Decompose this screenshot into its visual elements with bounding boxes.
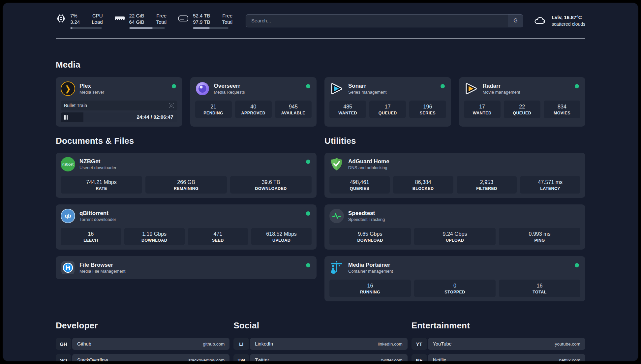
- bookmark-stackoverflow[interactable]: SO StackOverflow stackoverflow.com: [56, 354, 229, 361]
- app-subtitle: Container management: [348, 268, 393, 274]
- bookmark-url: twitter.com: [381, 358, 403, 362]
- memory-icon: [114, 13, 125, 25]
- bookmark-youtube[interactable]: YT YouTube youtube.com: [412, 338, 585, 350]
- sonarr-icon: [329, 81, 344, 96]
- bookmark-url: youtube.com: [555, 342, 580, 347]
- app-name: Overseerr: [214, 82, 245, 89]
- bookmark-abbr: GH: [56, 338, 71, 350]
- app-subtitle: DNS and adblocking: [348, 165, 389, 170]
- playback-progress-bar: 24:44 / 02:06:47: [61, 112, 177, 122]
- app-subtitle: Media Requests: [214, 89, 245, 95]
- now-playing-row: Bullet Train: [61, 101, 177, 110]
- bookmark-name: Twitter: [255, 357, 269, 361]
- status-dot: [306, 160, 310, 164]
- cpu-value-bottom: 3.24: [70, 19, 80, 25]
- stat-tile: 2,953 FILTERED: [457, 176, 517, 194]
- app-subtitle: Media File Management: [79, 268, 125, 274]
- stat-tile: 1.19 Gbps DOWNLOAD: [124, 228, 185, 245]
- bookmark-netflix[interactable]: NF Netflix netflix.com: [412, 354, 585, 361]
- section-title-documents: Documents & Files: [56, 136, 317, 146]
- adguard-icon: [329, 157, 344, 171]
- bookmark-url: linkedin.com: [378, 342, 403, 347]
- disk-progress-bar: [193, 27, 229, 29]
- filebrowser-icon: [61, 260, 75, 275]
- app-card-portainer[interactable]: Media Portainer Container management 16 …: [324, 256, 585, 301]
- cpu-label-top: CPU: [92, 13, 103, 19]
- stat-tile: 618.52 Mbps UPLOAD: [251, 228, 312, 245]
- plex-icon: ❯: [61, 81, 75, 96]
- search-input[interactable]: [246, 15, 508, 27]
- app-card-plex[interactable]: ❯ Plex Media server Bullet Train: [56, 77, 182, 127]
- app-subtitle: Series management: [348, 89, 386, 95]
- bookmark-name: StackOverflow: [77, 357, 108, 361]
- pause-icon: [64, 115, 68, 120]
- section-title-social: Social: [233, 320, 407, 331]
- overseerr-icon: [195, 81, 210, 96]
- bookmark-abbr: YT: [412, 338, 427, 350]
- cpu-label-bottom: Load: [92, 19, 103, 25]
- app-card-sonarr[interactable]: Sonarr Series management 485 WANTED 17 Q…: [324, 77, 451, 127]
- stat-tile: 9.65 Gbps DOWNLOAD: [329, 228, 411, 245]
- now-playing-title: Bullet Train: [64, 103, 87, 108]
- status-dot: [575, 263, 579, 267]
- ram-value-bottom: 64 GiB: [129, 19, 144, 25]
- cloud-icon: [533, 15, 547, 27]
- app-card-radarr[interactable]: Radarr Movie management 17 WANTED 22 QUE…: [459, 77, 586, 127]
- stat-tile: 0.993 ms PING: [499, 228, 580, 245]
- bookmark-linkedin[interactable]: LI LinkedIn linkedin.com: [233, 338, 407, 350]
- stat-tile: 945 AVAILABLE: [275, 101, 312, 118]
- bookmark-url: netflix.com: [559, 358, 580, 362]
- app-name: Plex: [79, 82, 104, 89]
- search-engine-button[interactable]: G: [508, 15, 523, 27]
- weather-condition: scattered clouds: [552, 21, 585, 27]
- bookmark-github[interactable]: GH Github github.com: [56, 338, 229, 350]
- status-dot: [306, 84, 310, 88]
- status-dot: [306, 263, 310, 267]
- app-card-adguard[interactable]: AdGuard Home DNS and adblocking 498,461 …: [324, 153, 585, 198]
- stat-tile: 17 QUEUED: [369, 101, 406, 118]
- qbittorrent-icon: qb: [61, 209, 75, 223]
- app-name: Media Portainer: [348, 261, 393, 268]
- status-dot: [172, 84, 176, 88]
- stat-tile: 834 MOVIES: [544, 101, 580, 118]
- stat-tile: 39.6 TB DOWNLOADED: [230, 176, 312, 194]
- stat-tile: 86,384 BLOCKED: [393, 176, 453, 194]
- disk-value-top: 52.4 TB: [193, 13, 210, 19]
- disk-value-bottom: 97.9 TB: [193, 19, 210, 25]
- portainer-icon: [329, 260, 344, 275]
- radarr-icon: [464, 81, 478, 96]
- app-subtitle: Torrent downloader: [79, 217, 116, 222]
- cpu-progress-bar: [70, 27, 102, 29]
- app-name: qBittorrent: [79, 210, 116, 217]
- bookmark-name: YouTube: [433, 341, 452, 347]
- stat-tile: 266 GB REMAINING: [145, 176, 227, 194]
- app-subtitle: Media server: [79, 89, 104, 95]
- app-card-qbittorrent[interactable]: qb qBittorrent Torrent downloader 16 LEE…: [56, 204, 317, 250]
- status-dot: [441, 84, 445, 88]
- bookmark-name: LinkedIn: [255, 341, 273, 347]
- memory-stat: 22 GiB 64 GiB Free Total: [114, 13, 167, 29]
- app-card-nzbget[interactable]: nzbget NZBGet Usenet downloader 744.21 M…: [56, 153, 317, 198]
- stat-tile: 22 QUEUED: [504, 101, 540, 118]
- stat-tile: 471 SEED: [188, 228, 248, 245]
- app-card-speedtest[interactable]: Speedtest Speedtest Tracking 9.65 Gbps D…: [324, 204, 585, 250]
- disk-label-bottom: Total: [222, 19, 232, 25]
- app-card-filebrowser[interactable]: File Browser Media File Management: [56, 256, 317, 279]
- app-card-overseerr[interactable]: Overseerr Media Requests 21 PENDING 40 A…: [190, 77, 317, 127]
- status-dot: [575, 84, 579, 88]
- bookmark-twitter[interactable]: TW Twitter twitter.com: [233, 354, 407, 361]
- stat-tile: 16 LEECH: [61, 228, 121, 245]
- bookmark-url: stackoverflow.com: [188, 358, 225, 362]
- bookmark-url: github.com: [203, 342, 225, 347]
- cpu-stat: 7% 3.24 CPU Load: [56, 13, 103, 29]
- app-name: NZBGet: [79, 158, 116, 165]
- top-bar: 7% 3.24 CPU Load: [56, 13, 585, 29]
- section-title-entertainment: Entertainment: [412, 320, 585, 331]
- weather-location: Lviv, 16.87°C: [552, 14, 585, 21]
- cpu-value-top: 7%: [70, 13, 80, 19]
- disk-label-top: Free: [222, 13, 232, 19]
- nzbget-icon: nzbget: [61, 157, 75, 171]
- stat-tile: 17 WANTED: [464, 101, 501, 118]
- section-title-developer: Developer: [56, 320, 229, 331]
- cpu-chip-icon: [56, 13, 66, 25]
